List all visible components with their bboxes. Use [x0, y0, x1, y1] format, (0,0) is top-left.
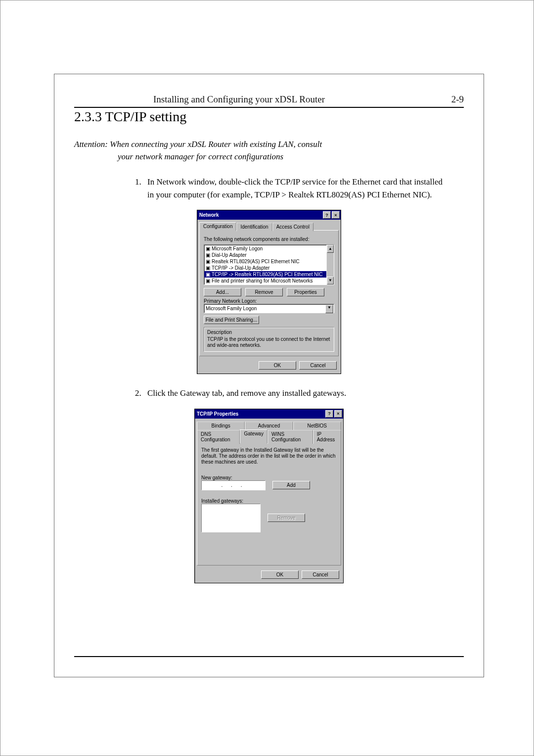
tab-dns[interactable]: DNS Configuration	[197, 430, 240, 444]
section-title: 2.3.3 TCP/IP setting	[74, 109, 464, 125]
tcpip-tabs-row2: DNS Configuration Gateway WINS Configura…	[195, 429, 343, 443]
list-item-selected[interactable]: ▣TCP/IP -> Realtek RTL8029(AS) PCI Ether…	[204, 271, 334, 278]
page-number: 2-9	[451, 94, 464, 105]
tcpip-dialog: TCP/IP Properties ? × Bindings Advanced …	[194, 409, 344, 583]
installed-gateways-row: Remove	[201, 504, 337, 532]
network-tab-panel: The following network components are ins…	[199, 230, 339, 356]
gateway-intro: The first gateway in the Installed Gatew…	[201, 447, 337, 465]
protocol-icon: ▣	[206, 271, 212, 278]
screenshot-1: Network ? × Configuration Identification…	[74, 210, 464, 374]
add-button[interactable]: Add...	[204, 288, 241, 296]
tcpip-footer: OK Cancel	[195, 567, 343, 583]
tcpip-titlebar[interactable]: TCP/IP Properties ? ×	[195, 409, 343, 419]
network-tabs: Configuration Identification Access Cont…	[197, 220, 341, 230]
network-footer: OK Cancel	[197, 358, 341, 374]
tab-netbios[interactable]: NetBIOS	[293, 422, 341, 430]
tab-ipaddress[interactable]: IP Address	[313, 430, 341, 444]
footer-rule	[74, 656, 464, 657]
step-1: In Network window, double-click the TCP/…	[143, 176, 464, 201]
attention-line1: Attention: When connecting your xDSL Rou…	[74, 140, 322, 149]
list-item[interactable]: ▣Microsoft Family Logon	[204, 245, 334, 252]
step-list: In Network window, double-click the TCP/…	[74, 176, 464, 201]
help-icon[interactable]: ?	[325, 410, 333, 418]
header-rule	[74, 107, 464, 108]
remove-gateway-button[interactable]: Remove	[267, 514, 305, 522]
tab-configuration[interactable]: Configuration	[199, 222, 236, 231]
tcpip-title: TCP/IP Properties	[197, 411, 238, 417]
description-text: TCP/IP is the protocol you use to connec…	[207, 336, 331, 348]
ok-button[interactable]: OK	[261, 570, 299, 579]
tab-identification[interactable]: Identification	[236, 223, 272, 231]
primary-logon-value: Microsoft Family Logon	[206, 306, 257, 311]
tab-bindings[interactable]: Bindings	[197, 422, 245, 430]
tcpip-tab-panel: The first gateway in the Installed Gatew…	[197, 443, 341, 566]
components-list[interactable]: ▣Microsoft Family Logon ▣Dial-Up Adapter…	[204, 244, 334, 285]
help-icon[interactable]: ?	[323, 211, 331, 219]
file-print-sharing-button[interactable]: File and Print Sharing...	[204, 316, 259, 324]
installed-gateways-list[interactable]	[201, 504, 261, 532]
new-gateway-row: . . . Add	[201, 480, 337, 490]
chevron-down-icon[interactable]: ▼	[325, 305, 333, 313]
list-item[interactable]: ▣TCP/IP -> Dial-Up Adapter	[204, 265, 334, 271]
service-icon: ▣	[206, 278, 212, 284]
component-buttons: Add... Remove Properties	[204, 288, 334, 296]
step-2: Click the Gateway tab, and remove any in…	[143, 387, 464, 400]
protocol-icon: ▣	[206, 265, 212, 271]
screenshot-2: TCP/IP Properties ? × Bindings Advanced …	[74, 409, 464, 583]
installed-gateways-label: Installed gateways:	[201, 498, 337, 504]
scroll-up-icon[interactable]: ▲	[327, 245, 334, 253]
description-title: Description	[207, 330, 331, 335]
primary-logon-label: Primary Network Logon:	[204, 298, 334, 304]
running-header: Installing and Configuring your xDSL Rou…	[74, 94, 464, 105]
list-item[interactable]: ▣Dial-Up Adapter	[204, 252, 334, 258]
cancel-button[interactable]: Cancel	[299, 361, 337, 370]
content-frame: Installing and Configuring your xDSL Rou…	[54, 74, 484, 677]
primary-logon-combo[interactable]: Microsoft Family Logon ▼	[204, 304, 334, 313]
doc-title: Installing and Configuring your xDSL Rou…	[153, 94, 325, 105]
close-icon[interactable]: ×	[332, 211, 340, 219]
close-icon[interactable]: ×	[334, 410, 342, 418]
tab-gateway[interactable]: Gateway	[240, 429, 267, 443]
new-gateway-label: New gateway:	[201, 475, 337, 480]
adapter-icon: ▣	[206, 258, 212, 265]
tab-advanced[interactable]: Advanced	[245, 422, 293, 430]
attention-line2: your network manager for correct configu…	[74, 151, 464, 163]
add-gateway-button[interactable]: Add	[272, 481, 310, 489]
list-item[interactable]: ▣Realtek RTL8029(AS) PCI Ethernet NIC	[204, 258, 334, 265]
remove-button[interactable]: Remove	[245, 288, 283, 296]
attention-note: Attention: When connecting your xDSL Rou…	[74, 139, 464, 163]
network-title: Network	[199, 212, 219, 218]
network-titlebar[interactable]: Network ? ×	[197, 210, 341, 220]
scroll-down-icon[interactable]: ▼	[327, 277, 334, 284]
step-list-2: Click the Gateway tab, and remove any in…	[74, 387, 464, 400]
adapter-icon: ▣	[206, 252, 212, 258]
client-icon: ▣	[206, 245, 212, 252]
scrollbar[interactable]: ▲ ▼	[326, 245, 334, 284]
description-group: Description TCP/IP is the protocol you u…	[204, 327, 334, 352]
ok-button[interactable]: OK	[259, 361, 296, 370]
new-gateway-input[interactable]: . . .	[201, 480, 266, 490]
tcpip-tabs-row1: Bindings Advanced NetBIOS	[195, 419, 343, 429]
components-intro: The following network components are ins…	[204, 236, 334, 242]
properties-button[interactable]: Properties	[287, 288, 324, 296]
list-item[interactable]: ▣File and printer sharing for Microsoft …	[204, 278, 334, 284]
page: Installing and Configuring your xDSL Rou…	[0, 0, 534, 756]
tab-wins[interactable]: WINS Configuration	[267, 430, 313, 444]
network-dialog: Network ? × Configuration Identification…	[197, 210, 341, 374]
tab-access-control[interactable]: Access Control	[272, 223, 313, 231]
cancel-button[interactable]: Cancel	[302, 570, 339, 579]
